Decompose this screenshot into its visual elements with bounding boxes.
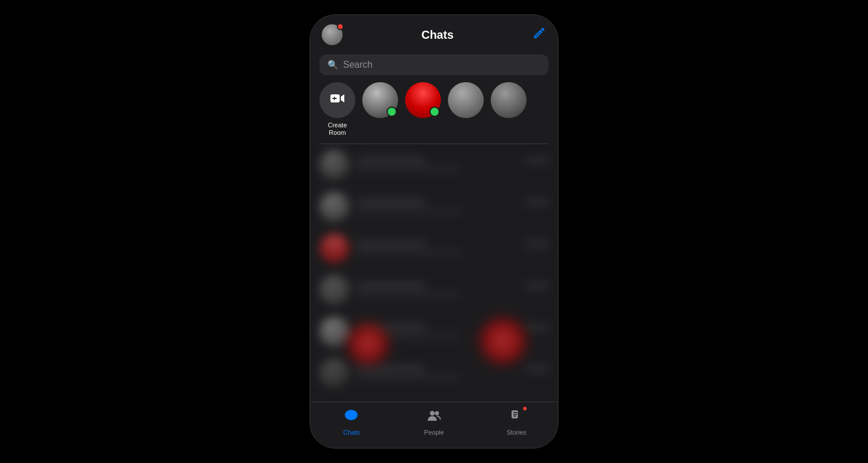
svg-point-6 — [435, 411, 439, 416]
create-room-item[interactable]: CreateRoom — [319, 82, 355, 137]
story-item-1[interactable] — [362, 82, 398, 122]
chat-info-5 — [356, 324, 549, 339]
chat-preview-5 — [356, 333, 461, 339]
page-title: Chats — [421, 28, 454, 42]
chat-name-row-1 — [356, 157, 549, 164]
story-item-3[interactable] — [448, 82, 484, 122]
chat-info-1 — [356, 157, 549, 172]
chat-info-6 — [356, 365, 549, 381]
chat-name-row-6 — [356, 365, 549, 373]
story-avatar-4 — [491, 82, 527, 118]
chat-name-5 — [356, 324, 426, 331]
chat-name-row-3 — [356, 240, 549, 248]
people-tab-label: People — [424, 429, 444, 436]
chat-avatar-5 — [319, 317, 350, 347]
chat-avatar-2 — [319, 192, 350, 222]
chat-list — [310, 144, 558, 402]
chat-avatar-3 — [319, 233, 350, 263]
chat-time-5 — [525, 324, 549, 330]
phone-frame: Chats 🔍 Search Create — [310, 14, 558, 449]
chat-name-6 — [356, 365, 426, 373]
svg-rect-10 — [513, 416, 516, 417]
people-tab-icon — [426, 408, 442, 427]
chat-item-5[interactable] — [310, 311, 558, 352]
tab-chats[interactable]: Chats — [328, 408, 374, 436]
chats-tab-label: Chats — [343, 429, 360, 436]
compose-icon[interactable] — [532, 26, 546, 43]
chat-preview-2 — [356, 208, 461, 214]
story-avatar-1 — [362, 82, 398, 118]
chat-name-4 — [356, 282, 426, 289]
stories-badge — [522, 406, 528, 411]
story-item-4[interactable] — [491, 82, 527, 122]
chat-info-4 — [356, 282, 549, 297]
stories-row: CreateRoom — [310, 82, 558, 144]
tab-stories[interactable]: Stories — [494, 408, 540, 436]
chat-time-6 — [525, 366, 549, 372]
chat-avatar-4 — [319, 275, 350, 305]
chat-item-3[interactable] — [310, 227, 558, 269]
search-bar[interactable]: 🔍 Search — [319, 54, 549, 75]
chat-time-3 — [525, 241, 549, 247]
search-icon: 🔍 — [328, 60, 339, 70]
chat-name-row-2 — [356, 199, 549, 206]
chat-avatar-1 — [319, 150, 350, 180]
chat-item-2[interactable] — [310, 186, 558, 227]
chat-preview-3 — [356, 249, 461, 256]
user-avatar[interactable] — [322, 24, 343, 45]
chat-time-1 — [525, 157, 549, 164]
story-avatar-3 — [448, 82, 484, 118]
svg-rect-9 — [513, 414, 517, 415]
svg-point-5 — [430, 411, 435, 416]
video-add-icon — [329, 90, 345, 110]
chat-preview-4 — [356, 291, 461, 297]
chat-info-2 — [356, 199, 549, 214]
chat-list-area — [310, 144, 558, 402]
svg-rect-8 — [513, 412, 517, 413]
chat-time-4 — [525, 282, 549, 289]
create-room-button[interactable] — [319, 82, 355, 118]
notification-dot — [337, 23, 344, 30]
chat-name-3 — [356, 240, 426, 248]
chat-name-1 — [356, 157, 426, 164]
story-avatar-2 — [405, 82, 441, 118]
create-room-label: CreateRoom — [328, 122, 347, 137]
chat-item-1[interactable] — [310, 144, 558, 186]
search-placeholder: Search — [343, 60, 373, 70]
header: Chats — [310, 15, 558, 50]
chat-name-2 — [356, 199, 426, 206]
chat-name-row-5 — [356, 324, 549, 331]
tab-bar: Chats People — [310, 402, 558, 448]
stories-tab-icon — [509, 408, 524, 427]
chat-item-4[interactable] — [310, 269, 558, 311]
chat-time-2 — [525, 199, 549, 205]
chats-tab-icon — [344, 408, 359, 427]
tab-people[interactable]: People — [411, 408, 457, 436]
stories-tab-label: Stories — [507, 429, 527, 436]
chat-preview-1 — [356, 166, 461, 172]
chat-item-6[interactable] — [310, 352, 558, 394]
chat-name-row-4 — [356, 282, 549, 289]
svg-rect-2 — [332, 98, 337, 99]
chat-info-3 — [356, 240, 549, 256]
chat-avatar-6 — [319, 358, 350, 388]
chat-preview-6 — [356, 374, 461, 381]
story-item-2[interactable] — [405, 82, 441, 122]
